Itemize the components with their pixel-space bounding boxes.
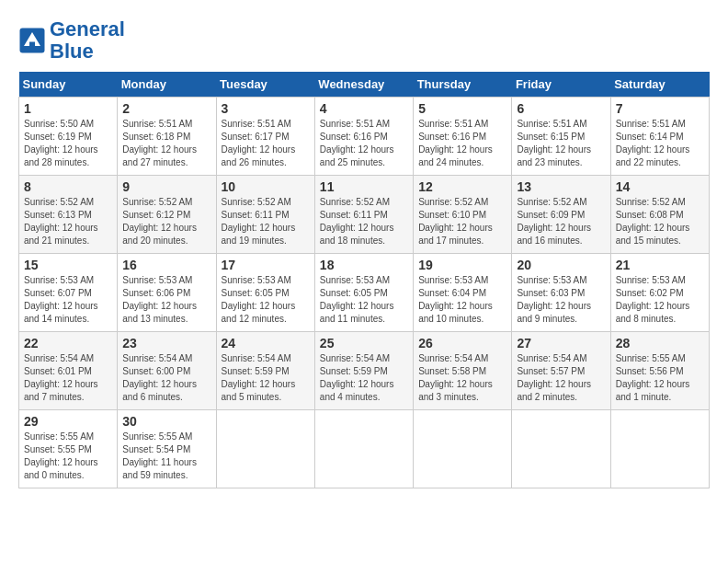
day-info: Sunrise: 5:53 AM Sunset: 6:02 PM Dayligh… [616,274,704,326]
day-info: Sunrise: 5:52 AM Sunset: 6:12 PM Dayligh… [122,196,210,247]
calendar-week-1: 1 Sunrise: 5:50 AM Sunset: 6:19 PM Dayli… [19,98,710,176]
calendar-week-3: 15 Sunrise: 5:53 AM Sunset: 6:07 PM Dayl… [19,254,710,332]
day-number: 13 [517,179,605,194]
day-number: 12 [418,179,506,194]
sunset-label: Sunset: 6:18 PM [122,132,190,142]
day-number: 26 [418,336,506,350]
day-info: Sunrise: 5:52 AM Sunset: 6:09 PM Dayligh… [517,196,605,247]
day-info: Sunrise: 5:53 AM Sunset: 6:04 PM Dayligh… [418,274,506,326]
sunrise-label: Sunrise: 5:50 AM [24,119,94,129]
sunrise-label: Sunrise: 5:51 AM [320,119,390,129]
day-number: 15 [24,258,112,272]
sunset-label: Sunset: 6:13 PM [24,210,92,220]
day-number: 20 [517,258,605,272]
sunset-label: Sunset: 6:11 PM [320,210,388,220]
day-number: 11 [320,179,408,194]
daylight-label: Daylight: 12 hours and 14 minutes. [24,301,98,324]
day-number: 16 [122,258,210,272]
day-info: Sunrise: 5:53 AM Sunset: 6:03 PM Dayligh… [517,274,605,326]
day-cell-13: 13 Sunrise: 5:52 AM Sunset: 6:09 PM Dayl… [512,176,610,254]
sunset-label: Sunset: 6:07 PM [24,288,92,298]
daylight-label: Daylight: 12 hours and 28 minutes. [24,144,98,167]
day-info: Sunrise: 5:53 AM Sunset: 6:05 PM Dayligh… [222,274,310,326]
sunset-label: Sunset: 6:08 PM [616,210,684,220]
day-number: 21 [616,258,704,272]
sunrise-label: Sunrise: 5:53 AM [616,275,686,285]
day-info: Sunrise: 5:54 AM Sunset: 5:59 PM Dayligh… [222,352,310,404]
day-cell-26: 26 Sunrise: 5:54 AM Sunset: 5:58 PM Dayl… [414,332,512,410]
day-info: Sunrise: 5:54 AM Sunset: 6:01 PM Dayligh… [24,352,112,404]
sunset-label: Sunset: 5:59 PM [222,366,290,376]
day-cell-3: 3 Sunrise: 5:51 AM Sunset: 6:17 PM Dayli… [216,98,314,176]
sunset-label: Sunset: 6:16 PM [418,132,486,142]
logo-blue: Blue [50,40,94,63]
day-number: 19 [418,258,506,272]
page-header: General Blue [18,18,710,63]
sunrise-label: Sunrise: 5:52 AM [24,197,94,207]
sunrise-label: Sunrise: 5:53 AM [320,275,390,285]
daylight-label: Daylight: 12 hours and 16 minutes. [517,223,591,246]
daylight-label: Daylight: 12 hours and 6 minutes. [122,379,197,402]
day-number: 24 [222,336,310,350]
sunrise-label: Sunrise: 5:54 AM [320,353,390,363]
day-cell-14: 14 Sunrise: 5:52 AM Sunset: 6:08 PM Dayl… [610,176,709,254]
sunrise-label: Sunrise: 5:53 AM [418,275,488,285]
weekday-header-friday: Friday [512,72,610,98]
day-info: Sunrise: 5:51 AM Sunset: 6:18 PM Dayligh… [122,118,210,169]
day-number: 7 [616,101,704,116]
daylight-label: Daylight: 12 hours and 7 minutes. [24,379,98,402]
calendar-week-2: 8 Sunrise: 5:52 AM Sunset: 6:13 PM Dayli… [19,176,710,254]
sunrise-label: Sunrise: 5:52 AM [122,197,192,207]
sunset-label: Sunset: 6:17 PM [222,132,290,142]
sunset-label: Sunset: 6:12 PM [122,210,190,220]
day-cell-30: 30 Sunrise: 5:55 AM Sunset: 5:54 PM Dayl… [118,410,216,488]
sunset-label: Sunset: 6:05 PM [320,288,388,298]
sunset-label: Sunset: 6:10 PM [418,210,486,220]
daylight-label: Daylight: 12 hours and 17 minutes. [418,223,493,246]
day-info: Sunrise: 5:51 AM Sunset: 6:15 PM Dayligh… [517,118,605,169]
day-cell-22: 22 Sunrise: 5:54 AM Sunset: 6:01 PM Dayl… [19,332,118,410]
sunset-label: Sunset: 6:06 PM [122,288,190,298]
empty-cell [512,410,610,488]
weekday-header-tuesday: Tuesday [216,72,314,98]
daylight-label: Daylight: 12 hours and 15 minutes. [616,223,690,246]
day-info: Sunrise: 5:51 AM Sunset: 6:14 PM Dayligh… [616,118,704,169]
day-number: 14 [616,179,704,194]
day-info: Sunrise: 5:55 AM Sunset: 5:55 PM Dayligh… [24,431,112,482]
daylight-label: Daylight: 12 hours and 0 minutes. [24,457,98,480]
day-cell-2: 2 Sunrise: 5:51 AM Sunset: 6:18 PM Dayli… [118,98,216,176]
day-number: 18 [320,258,408,272]
day-info: Sunrise: 5:52 AM Sunset: 6:11 PM Dayligh… [320,196,408,247]
day-number: 25 [320,336,408,350]
day-number: 29 [24,414,112,429]
sunset-label: Sunset: 6:01 PM [24,366,92,376]
day-cell-9: 9 Sunrise: 5:52 AM Sunset: 6:12 PM Dayli… [118,176,216,254]
daylight-label: Daylight: 12 hours and 23 minutes. [517,144,591,167]
calendar-table: SundayMondayTuesdayWednesdayThursdayFrid… [18,72,710,488]
day-cell-18: 18 Sunrise: 5:53 AM Sunset: 6:05 PM Dayl… [314,254,413,332]
weekday-header-sunday: Sunday [19,72,118,98]
sunrise-label: Sunrise: 5:54 AM [418,353,488,363]
sunset-label: Sunset: 6:11 PM [222,210,290,220]
day-number: 30 [122,414,210,429]
sunrise-label: Sunrise: 5:52 AM [517,197,586,207]
sunset-label: Sunset: 6:04 PM [418,288,486,298]
day-cell-27: 27 Sunrise: 5:54 AM Sunset: 5:57 PM Dayl… [512,332,610,410]
sunset-label: Sunset: 5:57 PM [517,366,585,376]
daylight-label: Daylight: 12 hours and 19 minutes. [222,223,296,246]
day-info: Sunrise: 5:54 AM Sunset: 5:59 PM Dayligh… [320,352,408,404]
day-number: 8 [24,179,112,194]
sunrise-label: Sunrise: 5:52 AM [616,197,686,207]
day-number: 2 [122,101,210,116]
daylight-label: Daylight: 12 hours and 18 minutes. [320,223,394,246]
daylight-label: Daylight: 12 hours and 21 minutes. [24,223,98,246]
sunrise-label: Sunrise: 5:53 AM [24,275,94,285]
daylight-label: Daylight: 12 hours and 12 minutes. [222,301,296,324]
daylight-label: Daylight: 12 hours and 4 minutes. [320,379,394,402]
sunrise-label: Sunrise: 5:53 AM [517,275,586,285]
sunset-label: Sunset: 5:58 PM [418,366,486,376]
sunrise-label: Sunrise: 5:55 AM [24,431,94,442]
empty-cell [216,410,314,488]
sunset-label: Sunset: 5:56 PM [616,366,684,376]
day-info: Sunrise: 5:54 AM Sunset: 6:00 PM Dayligh… [122,352,210,404]
